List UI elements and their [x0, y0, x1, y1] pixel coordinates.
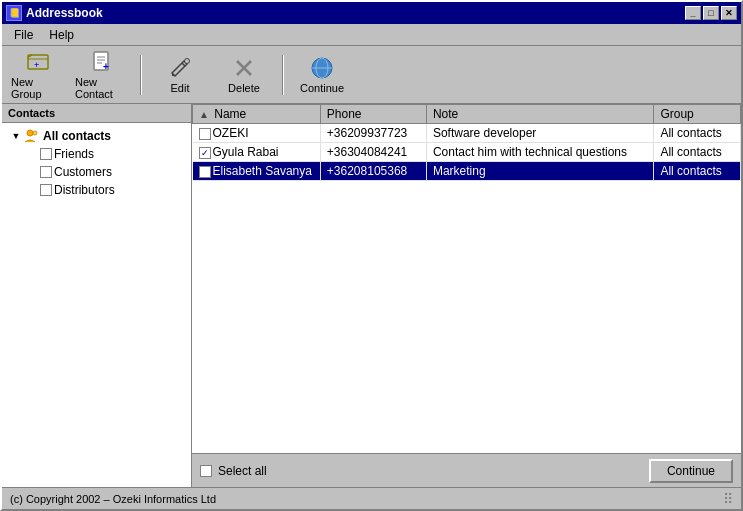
tree-distributors-expand [24, 182, 40, 198]
toolbar-separator-1 [140, 55, 142, 95]
delete-icon [232, 56, 256, 80]
row-name: OZEKI [213, 126, 249, 140]
table-header-row: ▲ Name Phone Note Group [193, 105, 741, 124]
status-text: (c) Copyright 2002 – Ozeki Informatics L… [10, 493, 216, 505]
select-all-checkbox[interactable] [200, 465, 212, 477]
tree-expand-icon[interactable]: ▼ [8, 128, 24, 144]
edit-label: Edit [171, 82, 190, 94]
tree-item-friends[interactable]: Friends [22, 145, 187, 163]
window-title: Addressbook [26, 6, 685, 20]
tree-customers-expand [24, 164, 40, 180]
continue-button[interactable]: Continue [292, 51, 352, 99]
close-button[interactable]: ✕ [721, 6, 737, 20]
row-name: Gyula Rabai [213, 145, 279, 159]
row-group: All contacts [654, 162, 741, 181]
tree-item-customers[interactable]: Customers [22, 163, 187, 181]
menu-bar: File Help [2, 24, 741, 46]
svg-point-11 [33, 131, 37, 135]
content-area: ▲ Name Phone Note Group [192, 104, 741, 487]
menu-help[interactable]: Help [41, 26, 82, 44]
new-contact-label: New Contact [75, 76, 129, 100]
new-group-icon: + [26, 50, 50, 74]
table-row[interactable]: OZEKI+36209937723Software developerAll c… [193, 124, 741, 143]
menu-file[interactable]: File [6, 26, 41, 44]
title-bar: 📒 Addressbook _ □ ✕ [2, 2, 741, 24]
svg-text:+: + [34, 60, 39, 70]
col-header-phone[interactable]: Phone [320, 105, 426, 124]
continue-label: Continue [300, 82, 344, 94]
main-window: 📒 Addressbook _ □ ✕ File Help + New Grou… [0, 0, 743, 511]
row-name: Elisabeth Savanya [213, 164, 312, 178]
tree-root-label: All contacts [43, 129, 111, 143]
svg-text:+: + [103, 61, 109, 72]
contacts-table: ▲ Name Phone Note Group [192, 104, 741, 181]
col-header-note[interactable]: Note [426, 105, 654, 124]
toolbar: + New Group + New Contact [2, 46, 741, 104]
row-checkbox[interactable]: ✓ [199, 166, 211, 178]
bottom-bar: Select all Continue [192, 453, 741, 487]
table-body: OZEKI+36209937723Software developerAll c… [193, 124, 741, 181]
resize-grip-icon: ⠿ [723, 491, 733, 507]
svg-point-10 [27, 130, 33, 136]
tree-distributors-label: Distributors [54, 183, 115, 197]
window-icon: 📒 [6, 5, 22, 21]
table-container: ▲ Name Phone Note Group [192, 104, 741, 453]
maximize-button[interactable]: □ [703, 6, 719, 20]
row-phone: +36209937723 [320, 124, 426, 143]
all-contacts-icon [24, 128, 40, 144]
row-phone: +36304084241 [320, 143, 426, 162]
title-bar-buttons: _ □ ✕ [685, 6, 737, 20]
row-phone: +36208105368 [320, 162, 426, 181]
toolbar-separator-2 [282, 55, 284, 95]
row-group: All contacts [654, 124, 741, 143]
continue-icon [310, 56, 334, 80]
bottom-continue-button[interactable]: Continue [649, 459, 733, 483]
row-checkbox[interactable]: ✓ [199, 147, 211, 159]
new-group-button[interactable]: + New Group [8, 51, 68, 99]
new-contact-button[interactable]: + New Contact [72, 51, 132, 99]
sidebar-header: Contacts [2, 104, 191, 123]
edit-button[interactable]: Edit [150, 51, 210, 99]
col-header-group[interactable]: Group [654, 105, 741, 124]
tree-item-distributors[interactable]: Distributors [22, 181, 187, 199]
tree-children: Friends Customers Distributors [22, 145, 187, 199]
tree-customers-label: Customers [54, 165, 112, 179]
tree-customers-checkbox[interactable] [40, 166, 52, 178]
tree-friends-checkbox[interactable] [40, 148, 52, 160]
sort-icon: ▲ [199, 109, 209, 120]
tree-root-item[interactable]: ▼ All contacts [6, 127, 187, 145]
row-note: Software developer [426, 124, 654, 143]
svg-point-4 [185, 58, 190, 63]
table-row[interactable]: ✓Gyula Rabai+36304084241Contact him with… [193, 143, 741, 162]
status-bar: (c) Copyright 2002 – Ozeki Informatics L… [2, 487, 741, 509]
minimize-button[interactable]: _ [685, 6, 701, 20]
edit-icon [168, 56, 192, 80]
tree-friends-label: Friends [54, 147, 94, 161]
new-group-label: New Group [11, 76, 65, 100]
new-contact-icon: + [90, 50, 114, 74]
row-note: Contact him with technical questions [426, 143, 654, 162]
tree-area: ▼ All contacts Frien [2, 123, 191, 487]
row-group: All contacts [654, 143, 741, 162]
sidebar: Contacts ▼ All contacts [2, 104, 192, 487]
select-all-label: Select all [218, 464, 267, 478]
row-checkbox[interactable] [199, 128, 211, 140]
main-area: Contacts ▼ All contacts [2, 104, 741, 487]
delete-button[interactable]: Delete [214, 51, 274, 99]
delete-label: Delete [228, 82, 260, 94]
table-row[interactable]: ✓Elisabeth Savanya+36208105368MarketingA… [193, 162, 741, 181]
row-note: Marketing [426, 162, 654, 181]
tree-distributors-checkbox[interactable] [40, 184, 52, 196]
col-header-name[interactable]: ▲ Name [193, 105, 321, 124]
tree-friends-expand [24, 146, 40, 162]
